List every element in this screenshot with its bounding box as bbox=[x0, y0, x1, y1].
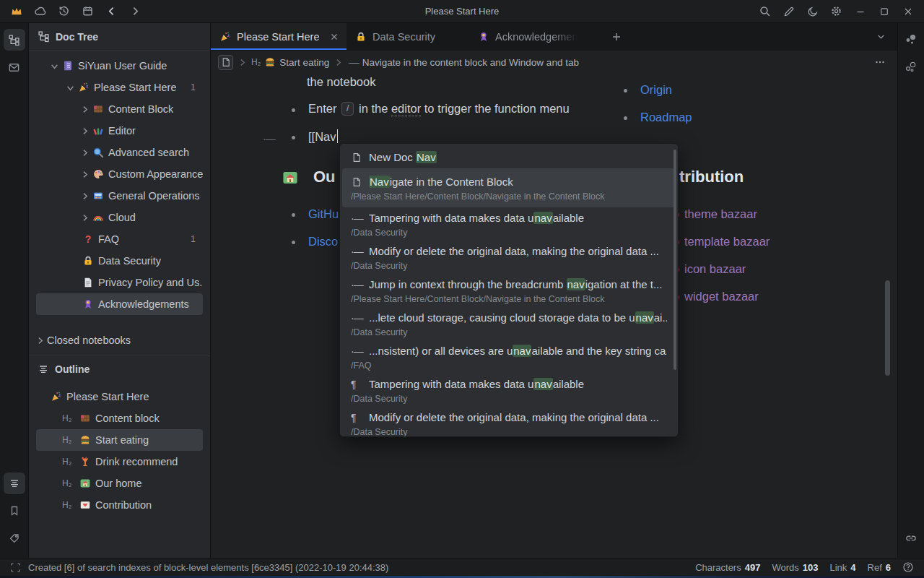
list-bullet bbox=[624, 116, 627, 120]
dock-tag-button[interactable] bbox=[4, 527, 25, 549]
dock-doc-tree-button[interactable] bbox=[4, 29, 25, 51]
dock-global-graph-button[interactable] bbox=[900, 56, 922, 78]
doctree-item-content-block[interactable]: Content Block bbox=[36, 98, 203, 120]
dock-outline-button[interactable] bbox=[4, 473, 25, 494]
dock-bookmark-button[interactable] bbox=[4, 500, 25, 522]
counter-ref: Ref6 bbox=[868, 562, 891, 573]
tab-close-icon[interactable] bbox=[331, 33, 338, 40]
link-disco[interactable]: Disco bbox=[308, 235, 338, 249]
go-back-button[interactable] bbox=[100, 0, 123, 23]
breadcrumb-item-navigate-in-the-content-block-and-window-and-tab[interactable]: ·—Navigate in the content block and Wind… bbox=[347, 57, 579, 68]
data-history-button[interactable] bbox=[52, 0, 76, 23]
doctree-item-faq[interactable]: ?FAQ1 bbox=[36, 228, 203, 250]
block-ref-editor[interactable]: editor bbox=[391, 102, 421, 116]
popup-item[interactable]: ·—...lete cloud storage, causing cloud s… bbox=[342, 307, 676, 340]
doctree-item-editor[interactable]: Editor bbox=[36, 120, 203, 142]
popup-item[interactable]: Navigate in the Content Block/Please Sta… bbox=[342, 168, 676, 207]
tab-label: Data Security bbox=[372, 31, 435, 43]
daily-note-button[interactable] bbox=[76, 0, 100, 23]
sync-button[interactable] bbox=[28, 0, 52, 23]
list-glyph: ·— bbox=[351, 243, 362, 259]
outline-item-label: Our home bbox=[95, 478, 141, 489]
logo-crown-icon bbox=[10, 5, 23, 18]
tab-please-start-here[interactable]: Please Start Here bbox=[211, 23, 346, 50]
chevron-right-icon[interactable] bbox=[77, 214, 92, 222]
popup-item[interactable]: ·—...nsistent) or all devices are unavai… bbox=[342, 340, 676, 374]
popup-item[interactable]: ·—Jump in context through the breadcrumb… bbox=[342, 274, 676, 307]
doctree-item-siyuan-user-guide[interactable]: SiYuan User Guide bbox=[36, 55, 203, 77]
popup-item[interactable]: ·—Modify or delete the original data, ma… bbox=[342, 241, 676, 274]
breadcrumb-more-button[interactable] bbox=[870, 56, 890, 68]
ref-link-template-bazaar[interactable]: otemplate bazaar bbox=[673, 235, 770, 249]
chevron-down-icon[interactable] bbox=[62, 84, 78, 92]
chevron-right-icon[interactable] bbox=[77, 127, 92, 135]
window-maximize-button[interactable] bbox=[872, 0, 896, 23]
outline-item-content-block[interactable]: H₂Content block bbox=[36, 407, 203, 429]
outline-item-start-eating[interactable]: H₂Start eating bbox=[36, 429, 203, 451]
window-minimize-button[interactable] bbox=[848, 0, 872, 23]
cloud-icon bbox=[34, 5, 46, 17]
link-origin[interactable]: Origin bbox=[640, 83, 672, 97]
settings-button[interactable] bbox=[824, 0, 848, 23]
ref-link-widget-bazaar[interactable]: owidget bazaar bbox=[673, 290, 759, 303]
doctree-item-acknowledgements[interactable]: Acknowledgements bbox=[36, 293, 203, 315]
chevron-right-icon[interactable] bbox=[77, 171, 92, 178]
editor-scrollbar[interactable] bbox=[885, 280, 890, 376]
chevron-right-icon[interactable] bbox=[77, 192, 92, 200]
doctree-item-privacy-policy-and-us[interactable]: Privacy Policy and Us... bbox=[36, 272, 203, 293]
tabs: Please Start HereData SecurityAcknowledg… bbox=[211, 23, 604, 50]
svg-text:?: ? bbox=[85, 233, 92, 245]
closed-notebooks-toggle[interactable]: Closed notebooks bbox=[29, 331, 210, 350]
popup-item[interactable]: ¶Tampering with data makes data unavaila… bbox=[342, 374, 676, 407]
outline-item-drink-recommend[interactable]: H₂Drink recommend bbox=[36, 451, 203, 473]
breadcrumb-label: Navigate in the content block and Window… bbox=[362, 57, 579, 68]
dock-inbox-button[interactable] bbox=[4, 56, 25, 78]
help-button[interactable] bbox=[902, 561, 914, 573]
lock-icon bbox=[355, 31, 367, 43]
go-forward-button[interactable] bbox=[123, 0, 147, 23]
chevron-down-icon[interactable] bbox=[46, 62, 62, 70]
doctree-item-general-operations[interactable]: General Operations bbox=[36, 185, 203, 207]
popup-item-title: Modify or delete the original data, maki… bbox=[369, 410, 659, 426]
dock-backlinks-button[interactable] bbox=[900, 527, 922, 549]
heading-our-home[interactable]: Ou bbox=[313, 168, 336, 186]
paragraph-wrapped[interactable]: the notebook bbox=[307, 75, 375, 89]
tab-data-security[interactable]: Data Security bbox=[346, 23, 469, 50]
link-githu[interactable]: GitHu bbox=[308, 207, 339, 221]
list-item-enter-slash[interactable]: Enter / in the editor to trigger the fun… bbox=[308, 102, 570, 116]
new-doc-button[interactable] bbox=[777, 0, 801, 23]
new-tab-button[interactable] bbox=[604, 23, 629, 50]
tab-acknowledgemen[interactable]: Acknowledgemen bbox=[469, 23, 604, 50]
doctree-item-cloud[interactable]: Cloud bbox=[36, 207, 203, 228]
doctree-item-custom-appearance[interactable]: Custom Appearance bbox=[36, 163, 203, 185]
breadcrumb-item-start-eating[interactable]: H₂Start eating bbox=[251, 56, 329, 68]
breadcrumb-doc-button[interactable] bbox=[218, 55, 233, 70]
outline-item-label: Please Start Here bbox=[66, 391, 149, 402]
ref-link-theme-bazaar[interactable]: otheme bazaar bbox=[673, 207, 757, 221]
outline-item-contribution[interactable]: H₂Contribution bbox=[36, 494, 203, 516]
list-bullet bbox=[292, 213, 295, 217]
outline-item-please-start-here[interactable]: Please Start Here bbox=[36, 386, 203, 407]
block-drag-handle[interactable]: ·— bbox=[263, 133, 275, 144]
app-logo-button[interactable] bbox=[4, 0, 28, 23]
popup-item[interactable]: ¶Modify or delete the original data, mak… bbox=[342, 407, 676, 437]
tab-list-button[interactable] bbox=[868, 23, 893, 50]
doctree-item-advanced-search[interactable]: Advanced search bbox=[36, 142, 203, 163]
heading-contribution[interactable]: tribution bbox=[679, 168, 744, 186]
global-search-button[interactable] bbox=[753, 0, 777, 23]
outline-item-our-home[interactable]: H₂Our home bbox=[36, 473, 203, 494]
theme-toggle-button[interactable] bbox=[801, 0, 824, 23]
link-roadmap[interactable]: Roadmap bbox=[640, 111, 692, 124]
chevron-right-icon[interactable] bbox=[77, 105, 92, 113]
window-close-button[interactable] bbox=[896, 0, 920, 23]
popup-scrollbar[interactable] bbox=[674, 150, 676, 370]
doctree-item-please-start-here[interactable]: Please Start Here1 bbox=[36, 77, 203, 98]
popup-item[interactable]: ·—Tampering with data makes data unavail… bbox=[342, 207, 676, 241]
list-item-typing[interactable]: [[Nav bbox=[308, 129, 338, 144]
heading-level-tag: H₂ bbox=[62, 435, 79, 445]
chevron-right-icon[interactable] bbox=[77, 149, 92, 157]
ref-link-icon-bazaar[interactable]: oicon bazaar bbox=[673, 262, 746, 276]
popup-item[interactable]: New Doc Nav bbox=[342, 147, 676, 168]
doctree-item-data-security[interactable]: Data Security bbox=[36, 250, 203, 272]
dock-graph-button[interactable] bbox=[900, 29, 922, 51]
